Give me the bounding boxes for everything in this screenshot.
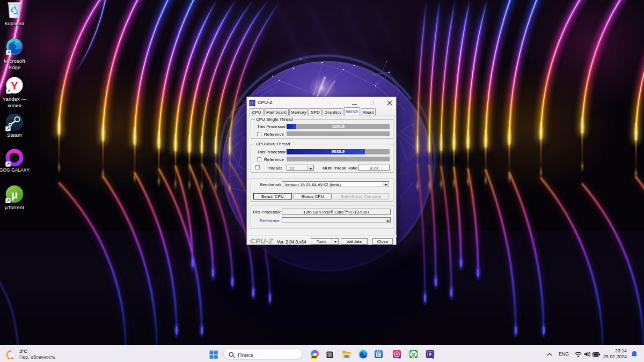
svg-text:Y: Y xyxy=(11,79,18,92)
svg-text:µ: µ xyxy=(11,188,18,201)
svg-text:PRE: PRE xyxy=(312,356,318,359)
